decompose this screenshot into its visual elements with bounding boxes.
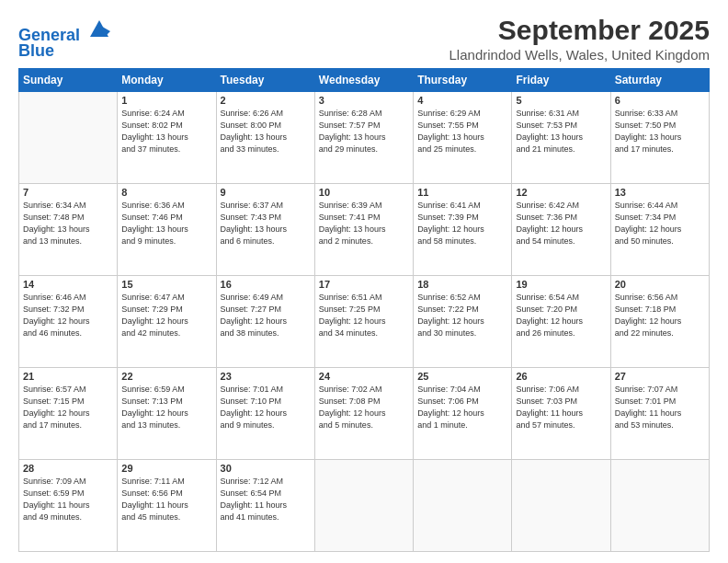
day-number: 3 xyxy=(319,95,409,106)
table-row: 27Sunrise: 7:07 AMSunset: 7:01 PMDayligh… xyxy=(610,368,709,460)
col-saturday: Saturday xyxy=(610,69,709,92)
day-info: Sunrise: 7:11 AMSunset: 6:56 PMDaylight:… xyxy=(121,476,211,523)
table-row: 10Sunrise: 6:39 AMSunset: 7:41 PMDayligh… xyxy=(314,184,413,276)
day-number: 23 xyxy=(221,371,311,382)
table-row: 24Sunrise: 7:02 AMSunset: 7:08 PMDayligh… xyxy=(314,368,413,460)
table-row: 5Sunrise: 6:31 AMSunset: 7:53 PMDaylight… xyxy=(512,92,610,184)
day-info: Sunrise: 6:34 AMSunset: 7:48 PMDaylight:… xyxy=(23,200,113,247)
day-info: Sunrise: 7:06 AMSunset: 7:03 PMDaylight:… xyxy=(516,384,606,431)
table-row: 7Sunrise: 6:34 AMSunset: 7:48 PMDaylight… xyxy=(19,184,118,276)
table-row: 16Sunrise: 6:49 AMSunset: 7:27 PMDayligh… xyxy=(216,276,314,368)
day-number: 17 xyxy=(319,279,409,290)
logo-text: General xyxy=(18,15,112,45)
day-number: 29 xyxy=(121,463,211,474)
day-info: Sunrise: 6:56 AMSunset: 7:18 PMDaylight:… xyxy=(615,292,705,339)
day-info: Sunrise: 6:47 AMSunset: 7:29 PMDaylight:… xyxy=(121,292,211,339)
day-number: 13 xyxy=(615,187,705,198)
table-row: 14Sunrise: 6:46 AMSunset: 7:32 PMDayligh… xyxy=(19,276,118,368)
calendar-table: Sunday Monday Tuesday Wednesday Thursday… xyxy=(18,68,710,552)
day-number: 14 xyxy=(23,279,113,290)
title-area: September 2025 Llandrindod Wells, Wales,… xyxy=(449,15,710,63)
table-row: 4Sunrise: 6:29 AMSunset: 7:55 PMDaylight… xyxy=(414,92,512,184)
table-row xyxy=(414,460,512,552)
day-number: 2 xyxy=(221,95,311,106)
day-number: 5 xyxy=(516,95,606,106)
table-row xyxy=(610,460,709,552)
logo-icon xyxy=(86,15,112,40)
col-wednesday: Wednesday xyxy=(314,69,413,92)
table-row xyxy=(512,460,610,552)
table-row: 19Sunrise: 6:54 AMSunset: 7:20 PMDayligh… xyxy=(512,276,610,368)
col-monday: Monday xyxy=(118,69,216,92)
day-info: Sunrise: 6:29 AMSunset: 7:55 PMDaylight:… xyxy=(417,108,507,155)
table-row: 13Sunrise: 6:44 AMSunset: 7:34 PMDayligh… xyxy=(610,184,709,276)
table-row: 2Sunrise: 6:26 AMSunset: 8:00 PMDaylight… xyxy=(216,92,314,184)
day-info: Sunrise: 6:28 AMSunset: 7:57 PMDaylight:… xyxy=(319,108,409,155)
day-info: Sunrise: 7:04 AMSunset: 7:06 PMDaylight:… xyxy=(417,384,507,431)
day-number: 22 xyxy=(121,371,211,382)
table-row: 6Sunrise: 6:33 AMSunset: 7:50 PMDaylight… xyxy=(610,92,709,184)
day-info: Sunrise: 6:59 AMSunset: 7:13 PMDaylight:… xyxy=(121,384,211,431)
day-number: 1 xyxy=(121,95,211,106)
day-info: Sunrise: 6:39 AMSunset: 7:41 PMDaylight:… xyxy=(319,200,409,247)
day-info: Sunrise: 7:02 AMSunset: 7:08 PMDaylight:… xyxy=(319,384,409,431)
table-row: 11Sunrise: 6:41 AMSunset: 7:39 PMDayligh… xyxy=(414,184,512,276)
day-info: Sunrise: 6:36 AMSunset: 7:46 PMDaylight:… xyxy=(121,200,211,247)
table-row: 9Sunrise: 6:37 AMSunset: 7:43 PMDaylight… xyxy=(216,184,314,276)
table-row: 28Sunrise: 7:09 AMSunset: 6:59 PMDayligh… xyxy=(19,460,118,552)
day-info: Sunrise: 6:41 AMSunset: 7:39 PMDaylight:… xyxy=(417,200,507,247)
table-row xyxy=(314,460,413,552)
day-number: 9 xyxy=(221,187,311,198)
page: General Blue September 2025 Llandrindod … xyxy=(0,0,728,563)
day-number: 20 xyxy=(615,279,705,290)
day-info: Sunrise: 6:51 AMSunset: 7:25 PMDaylight:… xyxy=(319,292,409,339)
day-number: 16 xyxy=(221,279,311,290)
table-row: 25Sunrise: 7:04 AMSunset: 7:06 PMDayligh… xyxy=(414,368,512,460)
logo: General Blue xyxy=(18,15,112,61)
day-info: Sunrise: 6:46 AMSunset: 7:32 PMDaylight:… xyxy=(23,292,113,339)
header: General Blue September 2025 Llandrindod … xyxy=(18,15,710,63)
subtitle: Llandrindod Wells, Wales, United Kingdom xyxy=(449,47,710,63)
day-info: Sunrise: 7:09 AMSunset: 6:59 PMDaylight:… xyxy=(23,476,113,523)
table-row: 17Sunrise: 6:51 AMSunset: 7:25 PMDayligh… xyxy=(314,276,413,368)
day-number: 30 xyxy=(221,463,311,474)
day-info: Sunrise: 6:57 AMSunset: 7:15 PMDaylight:… xyxy=(23,384,113,431)
day-number: 7 xyxy=(23,187,113,198)
day-info: Sunrise: 6:37 AMSunset: 7:43 PMDaylight:… xyxy=(221,200,311,247)
day-number: 24 xyxy=(319,371,409,382)
col-tuesday: Tuesday xyxy=(216,69,314,92)
table-row: 23Sunrise: 7:01 AMSunset: 7:10 PMDayligh… xyxy=(216,368,314,460)
table-row: 18Sunrise: 6:52 AMSunset: 7:22 PMDayligh… xyxy=(414,276,512,368)
day-info: Sunrise: 6:24 AMSunset: 8:02 PMDaylight:… xyxy=(121,108,211,155)
day-number: 4 xyxy=(417,95,507,106)
table-row xyxy=(19,92,118,184)
day-number: 10 xyxy=(319,187,409,198)
table-row: 1Sunrise: 6:24 AMSunset: 8:02 PMDaylight… xyxy=(118,92,216,184)
day-number: 11 xyxy=(417,187,507,198)
day-info: Sunrise: 7:07 AMSunset: 7:01 PMDaylight:… xyxy=(615,384,705,431)
table-row: 8Sunrise: 6:36 AMSunset: 7:46 PMDaylight… xyxy=(118,184,216,276)
calendar-header-row: Sunday Monday Tuesday Wednesday Thursday… xyxy=(19,69,710,92)
day-number: 15 xyxy=(121,279,211,290)
day-info: Sunrise: 6:26 AMSunset: 8:00 PMDaylight:… xyxy=(221,108,311,155)
day-info: Sunrise: 6:42 AMSunset: 7:36 PMDaylight:… xyxy=(516,200,606,247)
table-row: 3Sunrise: 6:28 AMSunset: 7:57 PMDaylight… xyxy=(314,92,413,184)
table-row: 26Sunrise: 7:06 AMSunset: 7:03 PMDayligh… xyxy=(512,368,610,460)
main-title: September 2025 xyxy=(449,15,710,45)
table-row: 29Sunrise: 7:11 AMSunset: 6:56 PMDayligh… xyxy=(118,460,216,552)
table-row: 30Sunrise: 7:12 AMSunset: 6:54 PMDayligh… xyxy=(216,460,314,552)
day-number: 21 xyxy=(23,371,113,382)
table-row: 22Sunrise: 6:59 AMSunset: 7:13 PMDayligh… xyxy=(118,368,216,460)
day-number: 27 xyxy=(615,371,705,382)
day-info: Sunrise: 6:44 AMSunset: 7:34 PMDaylight:… xyxy=(615,200,705,247)
col-sunday: Sunday xyxy=(19,69,118,92)
table-row: 15Sunrise: 6:47 AMSunset: 7:29 PMDayligh… xyxy=(118,276,216,368)
day-number: 6 xyxy=(615,95,705,106)
day-info: Sunrise: 6:31 AMSunset: 7:53 PMDaylight:… xyxy=(516,108,606,155)
col-friday: Friday xyxy=(512,69,610,92)
day-number: 8 xyxy=(121,187,211,198)
day-info: Sunrise: 6:49 AMSunset: 7:27 PMDaylight:… xyxy=(221,292,311,339)
table-row: 20Sunrise: 6:56 AMSunset: 7:18 PMDayligh… xyxy=(610,276,709,368)
day-info: Sunrise: 6:54 AMSunset: 7:20 PMDaylight:… xyxy=(516,292,606,339)
col-thursday: Thursday xyxy=(414,69,512,92)
